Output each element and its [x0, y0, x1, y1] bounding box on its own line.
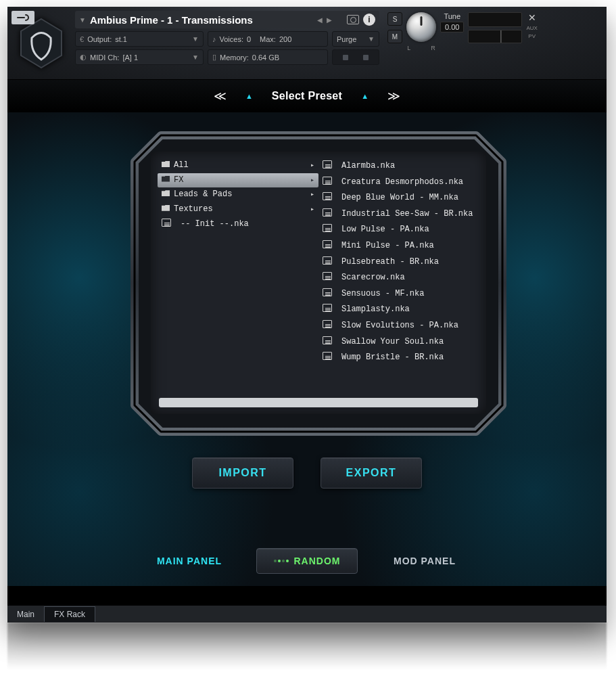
file-label: Alarmba.nka: [341, 161, 475, 172]
main-area: All▸FX▸Leads & Pads▸Textures▸-- Init --.…: [7, 112, 607, 586]
tab-random-label: RANDOM: [294, 556, 341, 566]
file-icon: [323, 336, 337, 348]
file-column: Alarmba.nkaCreatura Desmorphodos.nkaDeep…: [318, 158, 479, 394]
output-selector[interactable]: € Output: st.1 ▼: [75, 31, 204, 47]
output-value: st.1: [115, 35, 127, 43]
footer-tabs: Main FX Rack: [7, 605, 607, 623]
export-button[interactable]: EXPORT: [321, 457, 422, 489]
file-label: Wump Bristle - BR.nka: [341, 353, 475, 363]
volume-knob[interactable]: [406, 12, 436, 42]
preset-browser: All▸FX▸Leads & Pads▸Textures▸-- Init --.…: [151, 152, 486, 414]
file-icon: [323, 192, 337, 204]
chevron-right-icon: ▸: [310, 176, 314, 185]
prev-icon[interactable]: ◀: [317, 16, 323, 24]
preset-file-item[interactable]: Industrial See-Saw - BR.nka: [318, 206, 479, 223]
preset-prev-icon[interactable]: ▲: [245, 92, 253, 100]
preset-file-item[interactable]: Slow Evolutions - PA.nka: [318, 318, 479, 334]
preset-file-item[interactable]: Scarecrow.nka: [318, 270, 479, 286]
voices-max-label: Max:: [260, 35, 276, 43]
purge-menu[interactable]: Purge ▼: [332, 31, 379, 47]
footer-tab-main[interactable]: Main: [7, 607, 44, 622]
folder-label: Leads & Pads: [174, 189, 306, 200]
folder-icon: [162, 175, 170, 186]
preset-file-item[interactable]: Sensuous - MF.nka: [318, 286, 479, 302]
snapshot-icon[interactable]: [347, 15, 359, 24]
purge-indicator: [332, 49, 379, 65]
folder-item[interactable]: All▸: [158, 158, 318, 173]
tab-mod-panel[interactable]: MOD PANEL: [374, 548, 475, 574]
folder-item[interactable]: Leads & Pads▸: [158, 187, 318, 202]
file-label: Scarecrow.nka: [341, 273, 475, 284]
file-label: Pulsebreath - BR.nka: [341, 257, 475, 268]
voices-label: Voices:: [220, 35, 243, 43]
file-icon: [323, 160, 337, 173]
pv-label[interactable]: PV: [528, 33, 536, 39]
footer-tab-fxrack[interactable]: FX Rack: [44, 606, 95, 622]
instrument-title[interactable]: Ambius Prime - 1 - Transmissions: [90, 14, 313, 26]
folder-label: Textures: [174, 204, 306, 215]
file-icon: [323, 208, 337, 221]
file-label: Slow Evolutions - PA.nka: [341, 321, 475, 332]
dropdown-icon[interactable]: ▼: [79, 16, 86, 24]
browser-scrollbar[interactable]: [159, 398, 478, 407]
chevron-right-icon: ▸: [310, 190, 314, 199]
next-icon[interactable]: ▶: [327, 16, 332, 24]
preset-file-item[interactable]: Alarmba.nka: [318, 158, 479, 175]
tab-main-panel[interactable]: MAIN PANEL: [139, 548, 240, 574]
preset-browser-frame: All▸FX▸Leads & Pads▸Textures▸-- Init --.…: [131, 131, 506, 436]
file-label: Sensuous - MF.nka: [341, 289, 475, 300]
voices-readout: ♪ Voices: 0 Max: 200: [208, 31, 328, 47]
pan-r-label: R: [431, 45, 435, 51]
preset-navigation-bar: ≪ ▲ Select Preset ▲ ≫: [7, 80, 607, 112]
file-label: Swallow Your Soul.nka: [341, 337, 475, 348]
solo-button[interactable]: S: [387, 12, 402, 26]
random-icon: [274, 560, 289, 562]
import-button[interactable]: IMPORT: [192, 457, 293, 489]
preset-file-item[interactable]: Pulsebreath - BR.nka: [318, 254, 479, 271]
preset-file-item[interactable]: Mini Pulse - PA.nka: [318, 238, 479, 254]
file-icon: [323, 256, 337, 269]
mute-button[interactable]: M: [387, 30, 402, 43]
aux-label[interactable]: AUX: [526, 25, 537, 31]
preset-prev-fast-icon[interactable]: ≪: [214, 89, 227, 104]
panel-tabs: MAIN PANEL RANDOM MOD PANEL: [7, 545, 607, 577]
folder-label: FX: [174, 175, 306, 186]
preset-file-item[interactable]: Low Pulse - PA.nka: [318, 222, 479, 238]
file-label: Industrial See-Saw - BR.nka: [341, 209, 475, 220]
file-label: Slamplasty.nka: [341, 304, 475, 315]
folder-item[interactable]: Textures▸: [158, 202, 318, 217]
folder-item-file[interactable]: -- Init --.nka: [158, 217, 318, 233]
file-icon: [323, 272, 337, 284]
midi-value: [A] 1: [122, 53, 138, 62]
preset-next-fast-icon[interactable]: ≫: [387, 89, 400, 104]
purge-label: Purge: [337, 35, 356, 43]
tab-random[interactable]: RANDOM: [256, 548, 358, 574]
close-icon[interactable]: ✕: [528, 12, 536, 23]
memory-readout: ▯ Memory: 0.64 GB: [208, 49, 328, 65]
memory-label: Memory:: [220, 53, 249, 62]
preset-next-icon[interactable]: ▲: [361, 92, 369, 100]
info-icon[interactable]: i: [363, 14, 375, 26]
preset-file-item[interactable]: Swallow Your Soul.nka: [318, 334, 479, 351]
tune-value[interactable]: 0.00: [440, 22, 464, 32]
preset-file-item[interactable]: Wump Bristle - BR.nka: [318, 350, 479, 366]
chevron-right-icon: ▸: [310, 205, 314, 214]
preset-file-item[interactable]: Deep Blue World - MM.nka: [318, 190, 479, 206]
voices-current: 0: [247, 35, 251, 43]
preset-file-item[interactable]: Slamplasty.nka: [318, 302, 479, 318]
file-icon: [323, 352, 337, 364]
file-label: Mini Pulse - PA.nka: [341, 241, 475, 252]
file-icon: [162, 219, 176, 231]
preset-file-item[interactable]: Creatura Desmorphodos.nka: [318, 175, 479, 191]
instrument-window: ▼ Ambius Prime - 1 - Transmissions ◀ ▶ i…: [7, 7, 607, 623]
volume-slider[interactable]: [468, 30, 522, 43]
file-label: Creatura Desmorphodos.nka: [341, 177, 475, 188]
midi-channel-selector[interactable]: ◐ MIDI Ch: [A] 1 ▼: [75, 49, 204, 65]
folder-column: All▸FX▸Leads & Pads▸Textures▸-- Init --.…: [158, 158, 318, 394]
pan-l-label: L: [407, 45, 410, 51]
folder-item[interactable]: FX▸: [158, 173, 318, 188]
output-label: Output:: [87, 35, 112, 43]
wrench-icon[interactable]: [11, 11, 34, 24]
file-icon: [323, 304, 337, 316]
folder-label: -- Init --.nka: [181, 219, 314, 230]
